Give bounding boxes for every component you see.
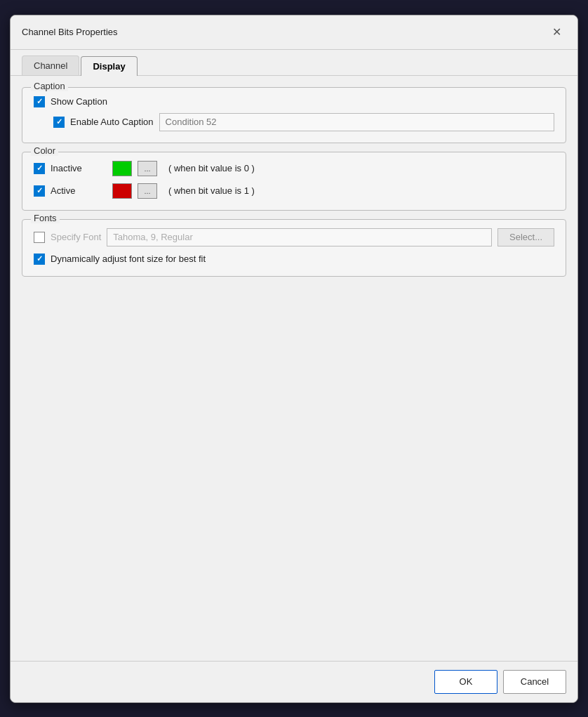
fonts-group: Fonts Specify Font Select... Dynamically… bbox=[22, 219, 566, 277]
ok-button[interactable]: OK bbox=[434, 670, 497, 694]
close-button[interactable]: ✕ bbox=[547, 22, 566, 42]
inactive-checkbox[interactable] bbox=[34, 163, 45, 174]
font-value-input[interactable] bbox=[107, 228, 492, 246]
show-caption-row: Show Caption bbox=[34, 96, 554, 107]
specify-font-row: Specify Font Select... bbox=[34, 228, 554, 246]
active-label: Active bbox=[51, 185, 107, 196]
caption-group-legend: Caption bbox=[31, 81, 68, 91]
caption-group: Caption Show Caption Enable Auto Caption bbox=[22, 87, 566, 143]
dialog-channel-bits-properties: Channel Bits Properties ✕ Channel Displa… bbox=[10, 15, 578, 703]
cancel-button[interactable]: Cancel bbox=[503, 670, 566, 694]
dynamic-adjust-checkbox[interactable] bbox=[34, 254, 45, 265]
color-group-legend: Color bbox=[31, 145, 58, 156]
tab-display[interactable]: Display bbox=[81, 56, 137, 76]
enable-auto-caption-row: Enable Auto Caption bbox=[53, 113, 554, 131]
spacer bbox=[22, 285, 566, 650]
footer: OK Cancel bbox=[11, 661, 577, 702]
color-group: Color Inactive ... ( when bit value is 0… bbox=[22, 152, 566, 211]
dialog-title: Channel Bits Properties bbox=[22, 27, 118, 37]
inactive-color-btn[interactable]: ... bbox=[138, 161, 157, 176]
select-font-button[interactable]: Select... bbox=[497, 228, 554, 246]
dynamic-adjust-row: Dynamically adjust font size for best fi… bbox=[34, 254, 554, 265]
active-row: Active ... ( when bit value is 1 ) bbox=[34, 183, 554, 199]
specify-font-label: Specify Font bbox=[51, 232, 101, 242]
specify-font-checkbox[interactable] bbox=[34, 232, 45, 243]
inactive-description: ( when bit value is 0 ) bbox=[168, 163, 255, 173]
dynamic-adjust-label: Dynamically adjust font size for best fi… bbox=[51, 254, 206, 264]
auto-caption-input[interactable] bbox=[159, 113, 554, 131]
tabs-container: Channel Display bbox=[11, 50, 577, 76]
tab-channel[interactable]: Channel bbox=[22, 55, 79, 75]
inactive-label: Inactive bbox=[51, 163, 107, 173]
enable-auto-caption-label: Enable Auto Caption bbox=[70, 117, 154, 127]
active-checkbox[interactable] bbox=[34, 185, 45, 197]
main-content: Caption Show Caption Enable Auto Caption… bbox=[11, 76, 577, 661]
fonts-group-legend: Fonts bbox=[31, 213, 60, 223]
inactive-row: Inactive ... ( when bit value is 0 ) bbox=[34, 161, 554, 176]
inactive-color-swatch[interactable] bbox=[112, 161, 132, 176]
show-caption-checkbox[interactable] bbox=[34, 96, 45, 107]
title-bar: Channel Bits Properties ✕ bbox=[11, 15, 577, 50]
active-color-btn[interactable]: ... bbox=[138, 183, 157, 199]
active-description: ( when bit value is 1 ) bbox=[168, 185, 255, 196]
active-color-swatch[interactable] bbox=[112, 183, 132, 199]
show-caption-label: Show Caption bbox=[51, 96, 107, 107]
enable-auto-caption-checkbox[interactable] bbox=[53, 117, 65, 128]
